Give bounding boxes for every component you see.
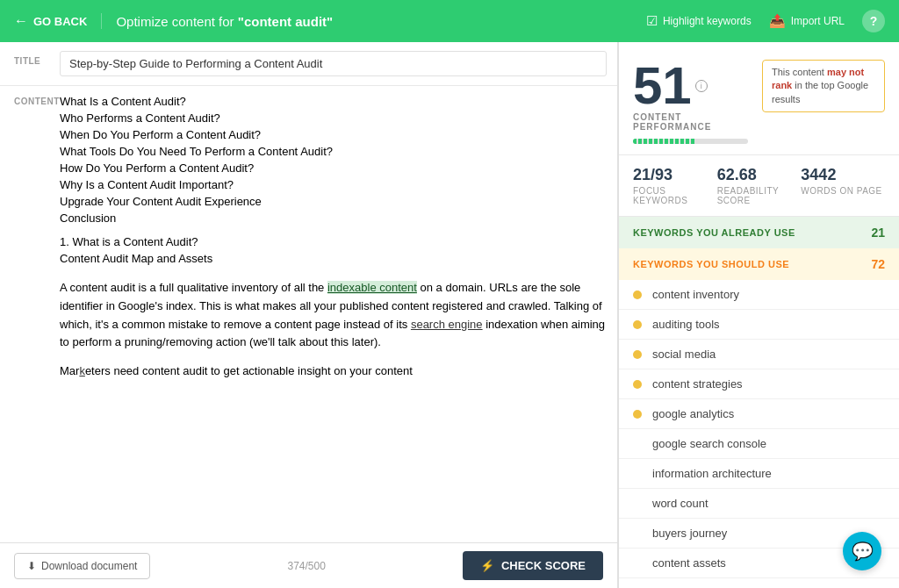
keyword-text: google analytics — [652, 407, 734, 420]
word-count: 374/500 — [287, 560, 325, 572]
keywords-should-use[interactable]: KEYWORDS YOU SHOULD USE 72 — [619, 248, 899, 280]
stat-label-focus: FOCUS KEYWORDS — [633, 186, 717, 205]
keyword-text: content inventory — [652, 288, 739, 301]
content-scroll-area[interactable]: What Is a Content Audit? Who Performs a … — [60, 86, 617, 542]
keyword-dot — [633, 290, 642, 299]
title-field-row: TITLE — [0, 42, 617, 86]
content-line: 1. What is a Content Audit? — [60, 235, 607, 248]
import-url-button[interactable]: 📤 Import URL — [769, 13, 845, 29]
stats-row: 21/93 FOCUS KEYWORDS 62.68 READABILITY S… — [619, 155, 899, 217]
keyword-dot — [633, 559, 642, 568]
stat-focus-keywords: 21/93 FOCUS KEYWORDS — [633, 166, 717, 205]
stat-readability: 62.68 READABILITY SCORE — [717, 166, 802, 205]
download-icon: ⬇ — [27, 560, 36, 572]
keyword-dot — [633, 410, 642, 419]
stat-words-on-page: 3442 WORDS ON PAGE — [801, 166, 885, 205]
keywords-already-label: KEYWORDS YOU ALREADY USE — [633, 227, 795, 238]
bottom-bar: ⬇ Download document 374/500 ⚡ CHECK SCOR… — [0, 542, 617, 588]
keyword-item[interactable]: google search console — [619, 429, 899, 459]
content-label: CONTENT — [0, 86, 60, 542]
content-line: Content Audit Map and Assets — [60, 252, 607, 265]
keyword-text: google search console — [652, 437, 766, 450]
content-line: Why Is a Content Audit Important? — [60, 178, 607, 191]
content-line: Who Performs a Content Audit? — [60, 111, 607, 125]
keyword-text: social media — [652, 348, 716, 361]
keyword-dot — [633, 350, 642, 359]
stat-value-words: 3442 — [801, 166, 885, 184]
content-line: Conclusion — [60, 212, 607, 225]
keyword-item[interactable]: information architecture — [619, 459, 899, 489]
score-bar-fill — [633, 139, 696, 144]
score-number: 51 — [633, 60, 692, 112]
keywords-already-count: 21 — [871, 226, 885, 240]
stat-label-words: WORDS ON PAGE — [801, 186, 885, 196]
score-bar — [633, 139, 748, 144]
keyword-item[interactable]: content inventory — [619, 280, 899, 310]
main-layout: TITLE CONTENT What Is a Content Audit? W… — [0, 42, 899, 588]
keyword-dot — [633, 470, 642, 478]
highlight-keywords-toggle[interactable]: ☑ Highlight keywords — [646, 13, 752, 29]
header: ← GO BACK Optimize content for "content … — [0, 0, 899, 42]
keyword-text: auditing tools — [652, 318, 720, 331]
keyword-dot — [633, 320, 642, 329]
keyword-item[interactable]: word count — [619, 489, 899, 519]
score-warning: This content may not rank in the top Goo… — [762, 60, 885, 112]
checkbox-icon: ☑ — [646, 13, 658, 29]
content-line: What Is a Content Audit? — [60, 95, 607, 108]
content-area-wrapper: CONTENT What Is a Content Audit? Who Per… — [0, 86, 617, 542]
keyword-item[interactable]: content strategies — [619, 369, 899, 399]
keyword-dot — [633, 499, 642, 508]
download-button[interactable]: ⬇ Download document — [14, 553, 150, 579]
keyword-text: information architecture — [652, 467, 772, 480]
back-arrow-icon: ← — [14, 13, 28, 29]
header-title: Optimize content for "content audit" — [116, 14, 632, 29]
stat-label-readability: READABILITY SCORE — [717, 186, 802, 205]
stat-value-readability: 62.68 — [717, 166, 802, 184]
go-back-label: GO BACK — [33, 15, 87, 28]
check-score-button[interactable]: ⚡ CHECK SCORE — [463, 551, 603, 580]
content-line: How Do You Perform a Content Audit? — [60, 161, 607, 175]
right-panel: 51 i CONTENT PERFORMANCE This content ma… — [618, 42, 899, 588]
keyword-dot — [633, 529, 642, 538]
left-panel: TITLE CONTENT What Is a Content Audit? W… — [0, 42, 618, 588]
keyword-dot — [633, 440, 642, 448]
content-paragraph: A content audit is a full qualitative in… — [60, 279, 607, 352]
chat-bubble-button[interactable]: 💬 — [843, 532, 881, 570]
score-label: CONTENT PERFORMANCE — [633, 112, 748, 132]
keyword-text: content assets — [652, 556, 726, 570]
keywords-should-count: 72 — [871, 257, 885, 271]
keyword-text: content strategies — [652, 377, 743, 391]
check-score-icon: ⚡ — [480, 559, 494, 572]
content-line: Upgrade Your Content Audit Experience — [60, 195, 607, 208]
keyword-text: buyers journey — [652, 527, 727, 540]
help-button[interactable]: ? — [862, 10, 885, 32]
keyword-dot — [633, 380, 642, 389]
content-line: What Tools Do You Need To Perform a Cont… — [60, 145, 607, 158]
keyword-text: word count — [652, 497, 708, 510]
keywords-already-use[interactable]: KEYWORDS YOU ALREADY USE 21 — [619, 217, 899, 248]
chat-icon: 💬 — [852, 541, 874, 562]
title-input[interactable] — [60, 51, 607, 76]
content-line: When Do You Perform a Content Audit? — [60, 128, 607, 141]
keyword-item[interactable]: social media — [619, 340, 899, 369]
title-label: TITLE — [0, 51, 60, 66]
go-back-button[interactable]: ← GO BACK — [14, 13, 102, 29]
stat-value-focus: 21/93 — [633, 166, 717, 184]
score-section: 51 i CONTENT PERFORMANCE This content ma… — [619, 42, 899, 155]
score-info-icon[interactable]: i — [695, 80, 708, 92]
keyword-item[interactable]: auditing tools — [619, 310, 899, 340]
header-actions: ☑ Highlight keywords 📤 Import URL ? — [646, 10, 885, 32]
keywords-should-label: KEYWORDS YOU SHOULD USE — [633, 259, 789, 269]
content-paragraph: Marketers need content audit to get acti… — [60, 362, 607, 381]
keyword-item[interactable]: google analytics — [619, 399, 899, 429]
import-icon: 📤 — [769, 13, 786, 29]
